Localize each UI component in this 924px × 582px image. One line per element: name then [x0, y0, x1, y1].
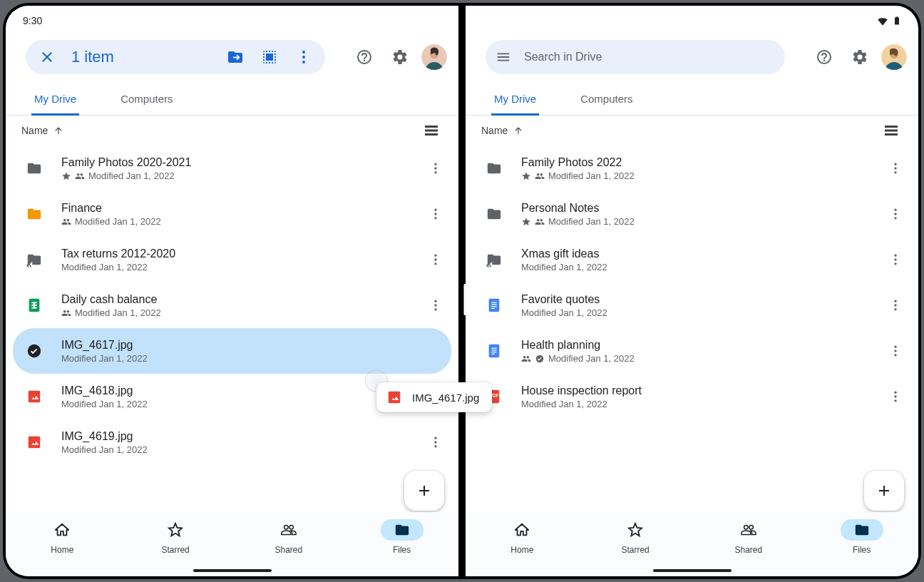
nav-label: Files	[853, 545, 871, 555]
file-name: House inspection report	[521, 384, 883, 398]
nav-label: Shared	[735, 545, 763, 555]
nav-label: Shared	[275, 545, 303, 555]
folder-orange-icon	[20, 200, 48, 228]
item-more-button[interactable]	[883, 384, 908, 409]
file-name: Health planning	[521, 338, 883, 352]
account-avatar[interactable]	[421, 44, 447, 70]
item-more-button[interactable]	[883, 201, 908, 227]
file-meta: Modified Jan 1, 2022	[61, 170, 423, 181]
left-pane: 9:30 1 item My Drive Computers	[6, 6, 458, 576]
file-meta: Modified Jan 1, 2022	[521, 307, 883, 318]
fab-new[interactable]	[404, 471, 444, 511]
nav-home[interactable]: Home	[466, 519, 579, 576]
list-item[interactable]: Daily cash balance Modified Jan 1, 2022	[6, 282, 458, 328]
file-meta: Modified Jan 1, 2022	[521, 170, 883, 181]
close-selection-button[interactable]	[33, 43, 61, 71]
nav-starred[interactable]: Starred	[119, 519, 232, 576]
item-more-button[interactable]	[883, 338, 908, 364]
tab-my-drive[interactable]: My Drive	[491, 93, 539, 116]
move-to-button[interactable]	[221, 43, 250, 71]
selection-more-button[interactable]	[289, 43, 318, 71]
menu-icon[interactable]	[496, 49, 511, 65]
right-pane: Search in Drive My Drive Computers Name …	[466, 6, 918, 576]
fab-new[interactable]	[864, 471, 904, 511]
nav-files[interactable]: Files	[345, 519, 458, 576]
item-more-button[interactable]	[883, 247, 908, 272]
item-more-button[interactable]	[423, 247, 448, 272]
nav-shared[interactable]: Shared	[692, 519, 806, 576]
folder-shortcut-icon	[480, 245, 508, 274]
docs-icon	[480, 337, 508, 365]
drag-preview-name: IMG_4617.jpg	[412, 392, 479, 404]
item-more-button[interactable]	[883, 155, 908, 181]
sort-arrow-icon[interactable]	[53, 126, 63, 136]
folder-shortcut-icon	[20, 245, 48, 274]
file-meta: Modified Jan 1, 2022	[61, 262, 423, 272]
view-toggle-button[interactable]	[877, 116, 905, 145]
file-name: Family Photos 2022	[521, 155, 883, 170]
split-divider-handle[interactable]	[464, 284, 466, 315]
drag-preview-chip: IMG_4617.jpg	[376, 382, 492, 412]
settings-button[interactable]	[846, 43, 874, 71]
file-meta: Modified Jan 1, 2022	[521, 399, 883, 409]
list-item[interactable]: Xmas gift ideas Modified Jan 1, 2022	[466, 237, 918, 282]
nav-label: Files	[393, 545, 411, 555]
tab-computers[interactable]: Computers	[118, 93, 175, 115]
folder-gray-icon	[20, 154, 48, 183]
selection-count: 1 item	[71, 48, 114, 66]
search-placeholder: Search in Drive	[524, 51, 602, 63]
list-item[interactable]: IMG_4619.jpg Modified Jan 1, 2022	[6, 419, 458, 465]
list-item[interactable]: House inspection report Modified Jan 1, …	[466, 374, 918, 419]
list-item[interactable]: IMG_4617.jpg Modified Jan 1, 2022	[13, 328, 451, 374]
select-all-button[interactable]	[255, 43, 284, 71]
sheets-icon	[20, 291, 48, 320]
item-more-button[interactable]	[423, 155, 448, 181]
tab-my-drive[interactable]: My Drive	[31, 93, 79, 116]
file-name: Tax returns 2012-2020	[61, 247, 423, 261]
file-list: Family Photos 2022 Modified Jan 1, 2022 …	[466, 146, 918, 419]
nav-starred[interactable]: Starred	[579, 519, 692, 576]
settings-button[interactable]	[386, 43, 414, 71]
file-meta: Modified Jan 1, 2022	[61, 353, 448, 364]
docs-icon	[480, 291, 508, 320]
status-time: 9:30	[23, 15, 42, 26]
file-meta: Modified Jan 1, 2022	[61, 216, 423, 227]
help-button[interactable]	[810, 43, 838, 71]
file-meta: Modified Jan 1, 2022	[521, 262, 883, 272]
file-meta: Modified Jan 1, 2022	[61, 399, 423, 409]
list-item[interactable]: Family Photos 2022 Modified Jan 1, 2022	[466, 146, 918, 191]
wifi-icon	[876, 14, 889, 27]
item-more-button[interactable]	[883, 292, 908, 318]
tab-computers[interactable]: Computers	[578, 93, 635, 115]
list-item[interactable]: Personal Notes Modified Jan 1, 2022	[466, 191, 918, 237]
gesture-bar[interactable]	[193, 569, 272, 572]
help-button[interactable]	[350, 43, 379, 71]
image-icon	[20, 428, 48, 456]
list-item[interactable]: Family Photos 2020-2021 Modified Jan 1, …	[6, 146, 458, 191]
list-item[interactable]: Health planning Modified Jan 1, 2022	[466, 328, 918, 374]
view-toggle-button[interactable]	[417, 116, 446, 145]
list-item[interactable]: Favorite quotes Modified Jan 1, 2022	[466, 282, 918, 328]
file-name: Personal Notes	[521, 201, 883, 215]
file-meta: Modified Jan 1, 2022	[521, 353, 883, 364]
file-name: Favorite quotes	[521, 292, 883, 307]
nav-label: Starred	[621, 545, 649, 555]
account-avatar[interactable]	[881, 44, 907, 70]
file-meta: Modified Jan 1, 2022	[521, 216, 883, 227]
item-more-button[interactable]	[423, 429, 448, 455]
list-item[interactable]: Tax returns 2012-2020 Modified Jan 1, 20…	[6, 237, 458, 282]
sort-label[interactable]: Name	[481, 125, 508, 136]
sort-arrow-icon[interactable]	[513, 126, 523, 136]
nav-files[interactable]: Files	[805, 519, 918, 576]
nav-home[interactable]: Home	[6, 519, 119, 576]
sort-label[interactable]: Name	[21, 125, 48, 136]
gesture-bar[interactable]	[653, 569, 732, 572]
item-more-button[interactable]	[423, 201, 448, 227]
nav-label: Home	[51, 545, 73, 555]
nav-shared[interactable]: Shared	[232, 519, 346, 576]
list-item[interactable]: Finance Modified Jan 1, 2022	[6, 191, 458, 237]
file-list: Family Photos 2020-2021 Modified Jan 1, …	[6, 146, 458, 465]
item-more-button[interactable]	[423, 292, 448, 318]
file-meta: Modified Jan 1, 2022	[61, 444, 423, 455]
search-bar[interactable]: Search in Drive	[486, 40, 785, 74]
